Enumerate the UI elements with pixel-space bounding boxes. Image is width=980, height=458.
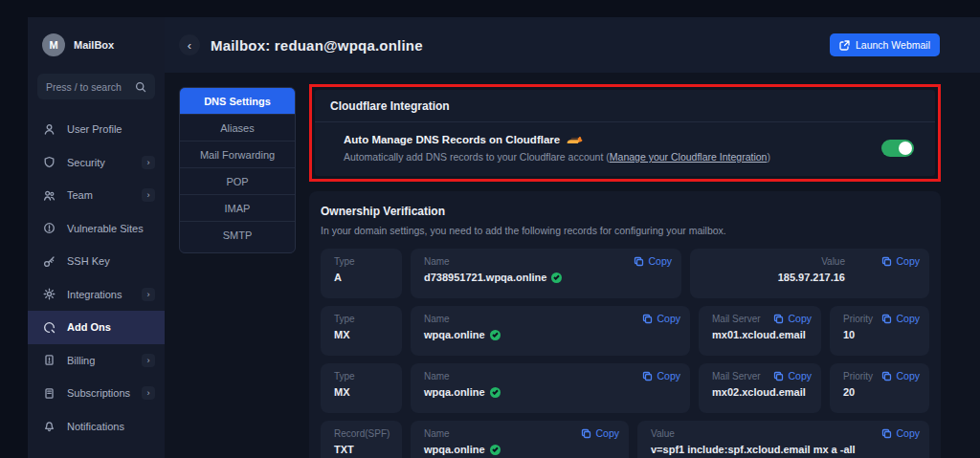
mail-server-value: mx01.xcloud.email	[712, 329, 808, 340]
auto-manage-dns-toggle[interactable]	[881, 140, 914, 157]
copy-icon	[881, 428, 892, 439]
annotation-highlight: Cloudflare Integration Auto Manage DNS R…	[309, 84, 941, 182]
copy-icon	[634, 256, 644, 267]
dns-record-row: Record(SPF) TXT Name wpqa.online Copy	[321, 421, 929, 458]
section-title: Cloudflare Integration	[315, 90, 935, 122]
search-input[interactable]: Press / to search	[37, 74, 155, 99]
sidebar-item-add-ons[interactable]: Add Ons	[28, 311, 165, 344]
content-area: DNS Settings Aliases Mail Forwarding POP…	[165, 73, 980, 458]
record-name-value: wpqa.online	[424, 386, 485, 398]
dns-record-row: Type MX Name wpqa.online Copy	[321, 363, 929, 413]
chevron-right-icon: ›	[142, 386, 155, 400]
sidebar-item-label: Security	[67, 157, 142, 168]
brand-avatar: M	[42, 33, 65, 56]
billing-icon	[43, 354, 56, 366]
dns-record-row: Type A Name d738951721.wpqa.online Copy	[321, 249, 929, 298]
shield-icon	[43, 156, 56, 168]
brand: M MailBox	[28, 17, 165, 56]
record-name-card: Name d738951721.wpqa.online Copy	[411, 249, 681, 298]
copy-button[interactable]: Copy	[881, 370, 920, 382]
record-type-card: Type A	[321, 249, 402, 298]
sidebar-item-label: Subscriptions	[67, 387, 142, 399]
search-icon	[134, 80, 146, 93]
chevron-right-icon: ›	[142, 188, 155, 202]
verified-check-icon	[490, 445, 501, 455]
copy-icon	[581, 428, 591, 439]
search-placeholder: Press / to search	[46, 81, 122, 93]
record-value: 185.97.217.16	[703, 272, 916, 283]
settings-tab-list: DNS Settings Aliases Mail Forwarding POP…	[179, 87, 296, 253]
copy-button[interactable]: Copy	[881, 313, 920, 324]
record-mail-server-card: Mail Server mx01.xcloud.email Copy	[699, 306, 821, 356]
vulnerable-sites-icon	[43, 222, 56, 234]
record-value-card: Value v=spf1 include:spf.xcloud.email mx…	[637, 421, 929, 458]
settings-panel: Cloudflare Integration Auto Manage DNS R…	[309, 87, 941, 458]
sidebar-item-label: Team	[67, 189, 142, 201]
sidebar-item-label: Integrations	[67, 289, 142, 300]
record-priority-card: Priority 20 Copy	[830, 363, 929, 413]
key-icon	[43, 255, 56, 268]
sidebar-item-label: Billing	[67, 355, 142, 366]
record-name-value: wpqa.online	[424, 329, 485, 340]
sidebar: M MailBox Press / to search User Profile…	[28, 17, 165, 458]
copy-button[interactable]: Copy	[773, 313, 812, 324]
chevron-right-icon: ›	[142, 288, 155, 301]
copy-icon	[642, 314, 653, 324]
sidebar-item-billing[interactable]: Billing ›	[28, 344, 165, 378]
copy-button[interactable]: Copy	[773, 370, 812, 382]
record-name-card: Name wpqa.online Copy	[411, 363, 690, 413]
dns-records-list: Type A Name d738951721.wpqa.online Copy	[321, 249, 929, 458]
sidebar-item-vulnerable-sites[interactable]: Vulnerable Sites	[28, 212, 165, 246]
copy-button[interactable]: Copy	[642, 370, 680, 382]
user-icon	[43, 123, 56, 136]
copy-button[interactable]: Copy	[634, 255, 672, 267]
auto-manage-dns-label: Auto Manage DNS Records on Cloudflare	[344, 134, 560, 145]
tab-aliases[interactable]: Aliases	[180, 115, 295, 142]
copy-button[interactable]: Copy	[881, 427, 920, 439]
team-icon	[43, 189, 56, 202]
section-subtitle: In your domain settings, you need to add…	[321, 225, 929, 236]
copy-button[interactable]: Copy	[581, 427, 619, 439]
copy-button[interactable]: Copy	[642, 313, 680, 324]
record-value: v=spf1 include:spf.xcloud.email mx a -al…	[651, 444, 916, 455]
record-priority-card: Priority 10 Copy	[830, 306, 929, 356]
ownership-verification-section: Ownership Verification In your domain se…	[309, 191, 941, 458]
sidebar-item-subscriptions[interactable]: Subscriptions ›	[28, 377, 165, 410]
sidebar-item-label: Vulnerable Sites	[67, 223, 155, 234]
priority-value: 20	[843, 386, 916, 398]
record-name-value: wpqa.online	[424, 444, 485, 455]
tab-pop[interactable]: POP	[180, 168, 295, 195]
app-window: M MailBox Press / to search User Profile…	[28, 17, 980, 458]
section-title: Ownership Verification	[321, 205, 929, 218]
copy-icon	[881, 371, 892, 382]
back-button[interactable]: ‹	[179, 34, 200, 55]
copy-icon	[773, 314, 784, 324]
toggle-knob	[899, 142, 912, 155]
sidebar-item-ssh-key[interactable]: SSH Key	[28, 245, 165, 278]
record-value-card: Value 185.97.217.16 Copy	[690, 249, 929, 298]
sidebar-nav: User Profile Security › Team › Vulnerabl…	[28, 113, 165, 443]
tab-dns-settings[interactable]: DNS Settings	[180, 88, 295, 115]
manage-cloudflare-link[interactable]: Manage your Cloudflare Integration	[610, 151, 768, 163]
record-type-value: MX	[334, 329, 389, 340]
sidebar-item-label: User Profile	[67, 123, 155, 135]
sidebar-item-integrations[interactable]: Integrations ›	[28, 278, 165, 312]
sidebar-item-user-profile[interactable]: User Profile	[28, 113, 165, 146]
tab-smtp[interactable]: SMTP	[180, 222, 295, 249]
sidebar-item-security[interactable]: Security ›	[28, 146, 165, 180]
record-type-card: Record(SPF) TXT	[321, 421, 402, 458]
sidebar-item-notifications[interactable]: Notifications	[28, 410, 165, 444]
mail-server-value: mx02.xcloud.email	[712, 386, 808, 398]
launch-webmail-button[interactable]: Launch Webmail	[830, 33, 940, 56]
record-type-value: MX	[334, 386, 389, 398]
sidebar-item-team[interactable]: Team ›	[28, 179, 165, 212]
sidebar-item-label: Notifications	[67, 421, 155, 432]
subscriptions-icon	[43, 387, 56, 400]
launch-webmail-label: Launch Webmail	[856, 39, 930, 51]
chevron-right-icon: ›	[142, 354, 155, 367]
tab-imap[interactable]: IMAP	[180, 195, 295, 222]
dns-record-row: Type MX Name wpqa.online Copy	[321, 306, 929, 356]
record-type-value: TXT	[334, 444, 389, 455]
tab-mail-forwarding[interactable]: Mail Forwarding	[180, 142, 295, 168]
copy-button[interactable]: Copy	[881, 255, 920, 267]
